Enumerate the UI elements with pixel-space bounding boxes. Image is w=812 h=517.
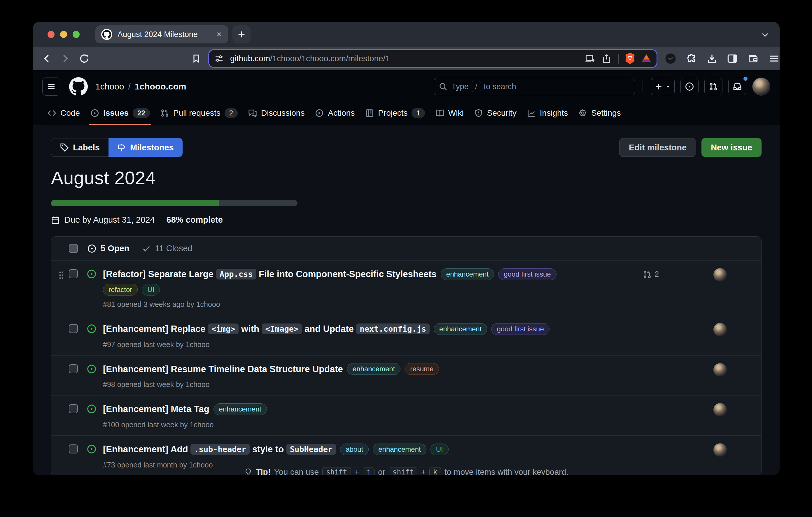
brave-rewards-icon[interactable] [641, 54, 651, 63]
forward-icon[interactable] [60, 54, 70, 64]
issue-checkbox[interactable] [69, 324, 78, 333]
labels-toggle-button[interactable]: Labels [51, 138, 109, 157]
closed-filter[interactable]: 11 Closed [155, 244, 192, 253]
issue-meta: #98 opened last week by 1chooo [103, 380, 643, 389]
kbd-k: k [429, 467, 441, 475]
assignee-avatar[interactable] [714, 323, 727, 336]
kbd-shift: shift [322, 467, 351, 475]
downloads-icon[interactable] [707, 53, 717, 64]
edit-milestone-button[interactable]: Edit milestone [619, 138, 696, 157]
issue-label[interactable]: good first issue [498, 268, 556, 280]
open-filter[interactable]: 5 Open [100, 244, 129, 253]
url-text: github.com/1chooo/1chooo.com/milestone/1 [230, 54, 585, 63]
select-all-checkbox[interactable] [69, 244, 78, 253]
minimize-window-button[interactable] [60, 31, 67, 38]
linked-pr-count[interactable]: 2 [643, 267, 687, 279]
milestone-progress-fill [51, 200, 219, 206]
pull-request-icon [643, 270, 651, 279]
issue-label[interactable]: enhancement [441, 268, 494, 280]
new-issue-button[interactable]: New issue [701, 138, 761, 157]
assignee-avatar[interactable] [714, 268, 727, 281]
issue-label[interactable]: enhancement [434, 323, 487, 335]
milestones-toggle-button[interactable]: Milestones [109, 138, 182, 157]
issue-title-link[interactable]: [Refactor] Separate Large App.css File i… [103, 267, 643, 281]
browser-toolbar: github.com/1chooo/1chooo.com/milestone/1 [33, 47, 780, 70]
bookmark-icon[interactable] [192, 54, 201, 63]
extensions-puzzle-icon[interactable] [686, 53, 697, 64]
issue-checkbox[interactable] [69, 269, 78, 278]
issue-label[interactable]: good first issue [491, 323, 549, 335]
issue-label[interactable]: refactor [103, 284, 138, 296]
wallet-icon[interactable] [748, 53, 759, 64]
url-host: github.com [230, 54, 270, 63]
issue-label[interactable]: UI [142, 284, 160, 296]
tab-issues[interactable]: Issues 22 [85, 102, 155, 125]
window-controls [48, 31, 80, 38]
issue-label[interactable]: enhancement [213, 403, 267, 415]
inline-code: <Image> [262, 324, 302, 334]
tab-actions[interactable]: Actions [310, 102, 360, 125]
issue-title-link[interactable]: [Enhancement] Meta Tagenhancement [103, 402, 643, 416]
github-logo-icon[interactable] [69, 77, 88, 96]
inline-code: App.css [216, 269, 256, 279]
new-tab-button[interactable] [232, 25, 251, 43]
create-new-button[interactable] [651, 78, 675, 95]
tab-security[interactable]: Security [469, 102, 522, 125]
issue-meta: #97 opened last week by 1chooo [103, 340, 643, 349]
tab-wiki[interactable]: Wiki [430, 102, 469, 125]
issue-title-link[interactable]: [Enhancement] Resume Timeline Data Struc… [103, 362, 643, 376]
tab-code[interactable]: Code [42, 102, 85, 125]
browser-menu-icon[interactable] [768, 53, 780, 64]
issue-checkbox[interactable] [69, 404, 78, 413]
issue-title-link[interactable]: [Enhancement] Add .sub-header style to S… [103, 442, 643, 456]
status-circle-icon[interactable] [665, 53, 676, 64]
zoom-window-button[interactable] [72, 31, 80, 38]
assignee-avatar[interactable] [714, 443, 727, 457]
tab-discussions[interactable]: Discussions [243, 102, 310, 125]
tab-insights[interactable]: Insights [522, 102, 573, 125]
issue-checkbox[interactable] [69, 445, 78, 453]
tab-pull-requests[interactable]: Pull requests 2 [155, 102, 243, 125]
avatar[interactable] [752, 78, 770, 96]
save-to-device-icon[interactable] [585, 53, 595, 64]
milestone-complete-pct: 68% complete [167, 215, 223, 225]
check-icon [142, 244, 151, 253]
issue-label[interactable]: UI [431, 444, 448, 455]
assignee-avatar[interactable] [714, 363, 727, 376]
issue-checkbox[interactable] [69, 364, 78, 373]
issue-label[interactable]: enhancement [373, 444, 426, 455]
url-bar[interactable]: github.com/1chooo/1chooo.com/milestone/1 [209, 50, 657, 67]
tab-settings[interactable]: Settings [573, 102, 626, 125]
inbox-button[interactable] [728, 78, 746, 95]
book-icon [435, 109, 444, 117]
issues-dashboard-button[interactable] [680, 78, 699, 95]
github-header: 1chooo / 1chooo.com Type / to search [42, 75, 770, 98]
issue-meta: #100 opened last week by 1chooo [103, 421, 643, 429]
tab-projects[interactable]: Projects 1 [360, 102, 430, 125]
tab-close-icon[interactable] [215, 31, 223, 38]
site-settings-icon[interactable] [214, 54, 224, 63]
global-menu-button[interactable] [42, 78, 60, 96]
brave-shield-icon[interactable] [625, 53, 635, 64]
tab-search-chevron-icon[interactable] [760, 30, 770, 39]
drag-handle-icon[interactable] [54, 267, 69, 280]
back-icon[interactable] [42, 54, 52, 64]
issue-label[interactable]: about [340, 444, 369, 455]
breadcrumb-owner-link[interactable]: 1chooo [95, 82, 124, 92]
breadcrumb-repo-link[interactable]: 1chooo.com [135, 82, 186, 92]
issue-title-link[interactable]: [Enhancement] Replace <img> with <Image>… [103, 322, 643, 336]
search-input[interactable]: Type / to search [434, 78, 635, 95]
notification-dot [743, 76, 748, 82]
reload-icon[interactable] [79, 53, 90, 64]
issue-label[interactable]: resume [405, 363, 439, 375]
browser-tab[interactable]: August 2024 Milestone [95, 25, 228, 43]
pull-requests-dashboard-button[interactable] [704, 78, 722, 95]
share-icon[interactable] [602, 54, 612, 64]
close-window-button[interactable] [48, 31, 55, 38]
issue-label[interactable]: enhancement [347, 363, 401, 375]
tag-icon [60, 143, 69, 152]
urlbar-divider [618, 54, 619, 64]
sidebar-icon[interactable] [727, 53, 737, 64]
search-icon [439, 82, 447, 91]
assignee-avatar[interactable] [714, 403, 727, 417]
